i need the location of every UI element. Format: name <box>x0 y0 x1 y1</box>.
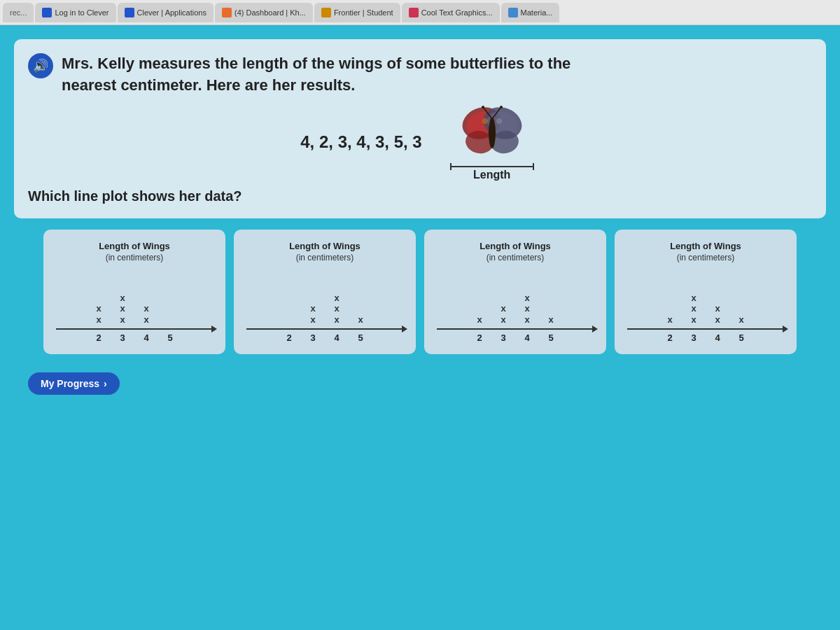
tab-cooltext[interactable]: Cool Text Graphics... <box>402 3 500 22</box>
progress-button-icon: › <box>104 378 107 389</box>
plot-col-c-2: x <box>472 314 486 326</box>
x-mark: x <box>500 303 505 314</box>
answer-a-title: Length of Wings <box>99 241 170 251</box>
x-mark: x <box>310 314 315 326</box>
bottom-bar: My Progress › <box>14 365 826 402</box>
x-mark: x <box>334 293 339 304</box>
answer-a-columns: x x x x x x x <box>92 270 177 326</box>
clever-apps-favicon-icon <box>125 8 134 18</box>
answer-b-axis <box>246 328 403 330</box>
tab-back[interactable]: rec... <box>3 3 34 22</box>
x-mark: x <box>691 303 696 314</box>
answer-a-plot: x x x x x x x <box>56 270 213 343</box>
tab-login-label: Log in to Clever <box>55 8 108 17</box>
x-mark: x <box>477 314 482 326</box>
tab-cooltext-label: Cool Text Graphics... <box>421 8 493 17</box>
plot-num: 5 <box>734 332 748 343</box>
plot-num: 3 <box>687 332 701 343</box>
x-mark: x <box>738 314 743 326</box>
answer-card-b[interactable]: Length of Wings (in centimeters) x x x x <box>234 230 416 354</box>
tab-login-clever[interactable]: Log in to Clever <box>35 3 115 22</box>
answer-a-subtitle: (in centimeters) <box>106 253 164 262</box>
tab-clever-apps[interactable]: Clever | Applications <box>118 3 214 22</box>
plot-col-b-5: x <box>354 314 368 326</box>
answer-b-columns: x x x x x x <box>282 270 368 326</box>
plot-col-a-4: x x <box>139 303 153 325</box>
svg-point-6 <box>489 118 496 148</box>
plot-col-b-3: x x <box>306 303 320 325</box>
plot-col-d-4: x x <box>710 303 724 325</box>
answer-c-columns: x x x x x x x <box>472 270 558 326</box>
answer-d-axis <box>627 328 784 330</box>
answer-c-subtitle: (in centimeters) <box>486 253 545 262</box>
x-mark: x <box>120 293 125 304</box>
x-mark: x <box>310 303 315 314</box>
tab-dashboard[interactable]: (4) Dashboard | Kh... <box>215 3 313 22</box>
answer-b-plot: x x x x x x 2 3 <box>246 270 403 343</box>
plot-num: 4 <box>520 332 534 343</box>
x-mark: x <box>358 314 363 326</box>
plot-col-a-3: x x x <box>115 293 130 326</box>
plot-num: 3 <box>496 332 510 343</box>
x-mark: x <box>334 314 339 326</box>
x-mark: x <box>500 314 505 326</box>
x-mark: x <box>144 303 148 314</box>
x-mark: x <box>334 303 339 314</box>
plot-col-a-2: x x <box>92 303 106 325</box>
x-mark: x <box>96 303 101 314</box>
audio-button[interactable]: 🔊 <box>28 53 53 78</box>
tab-material-label: Materia... <box>521 8 553 17</box>
answer-d-subtitle: (in centimeters) <box>677 253 735 262</box>
svg-point-8 <box>482 106 484 108</box>
length-label-area: Length <box>450 166 534 181</box>
plot-num: 5 <box>544 332 558 343</box>
answer-c-numbers: 2 3 4 5 <box>472 332 558 343</box>
butterfly-image <box>457 104 527 163</box>
x-mark: x <box>120 303 125 314</box>
plot-col-d-2: x <box>663 314 677 326</box>
question-header: 🔊 Mrs. Kelly measures the length of the … <box>28 53 806 97</box>
x-mark: x <box>120 314 125 326</box>
tab-frontier[interactable]: Frontier | Student <box>314 3 400 22</box>
plot-col-c-3: x x <box>496 303 510 325</box>
question-text: Mrs. Kelly measures the length of the wi… <box>62 53 570 97</box>
plot-num: 2 <box>663 332 677 343</box>
plot-num: 2 <box>282 332 296 343</box>
plot-num: 5 <box>354 332 368 343</box>
length-label: Length <box>473 169 510 181</box>
plot-num: 2 <box>92 332 106 343</box>
answer-card-a[interactable]: Length of Wings (in centimeters) x x x x… <box>43 230 225 354</box>
frontier-favicon-icon <box>321 8 331 18</box>
x-mark: x <box>548 314 553 326</box>
answer-d-plot: x x x x x x x <box>627 270 784 343</box>
data-values-text: 4, 2, 3, 4, 3, 5, 3 <box>300 132 421 151</box>
plot-num: 3 <box>306 332 320 343</box>
material-favicon-icon <box>508 8 518 18</box>
question-line1: Mrs. Kelly measures the length of the wi… <box>62 55 570 72</box>
x-mark: x <box>667 314 672 326</box>
answer-c-axis <box>437 328 594 330</box>
x-mark: x <box>691 314 696 326</box>
answer-a-numbers: 2 3 4 5 <box>92 332 177 343</box>
my-progress-button[interactable]: My Progress › <box>28 372 120 395</box>
answer-d-numbers: 2 3 4 5 <box>663 332 748 343</box>
answer-d-title: Length of Wings <box>670 241 741 251</box>
x-mark: x <box>524 303 529 314</box>
clever-favicon-icon <box>42 8 52 18</box>
plot-col-d-5: x <box>734 314 748 326</box>
plot-num: 2 <box>472 332 486 343</box>
question-card: 🔊 Mrs. Kelly measures the length of the … <box>14 39 826 218</box>
answer-choices: Length of Wings (in centimeters) x x x x… <box>14 230 826 354</box>
x-mark: x <box>715 303 720 314</box>
tab-apps-label: Clever | Applications <box>137 8 206 17</box>
plot-num: 4 <box>330 332 344 343</box>
answer-card-c[interactable]: Length of Wings (in centimeters) x x x x <box>424 230 606 354</box>
plot-num: 4 <box>710 332 724 343</box>
tab-material[interactable]: Materia... <box>501 3 560 22</box>
data-section: 4, 2, 3, 4, 3, 5, 3 <box>28 104 806 181</box>
plot-col-d-3: x x x <box>687 293 701 326</box>
answer-card-d[interactable]: Length of Wings (in centimeters) x x x x <box>615 230 797 354</box>
data-values-display: 4, 2, 3, 4, 3, 5, 3 <box>300 132 421 152</box>
plot-col-c-4: x x x <box>520 293 534 326</box>
svg-point-11 <box>482 118 488 124</box>
